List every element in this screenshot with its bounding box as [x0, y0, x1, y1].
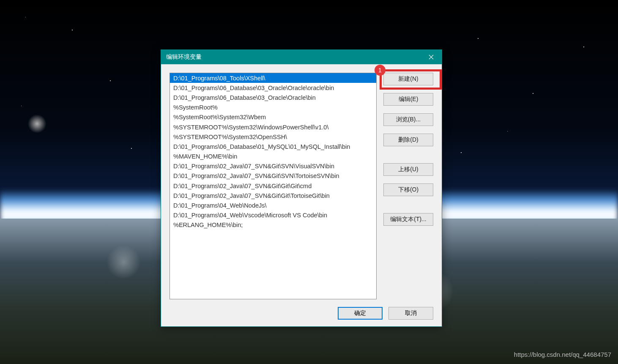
close-icon	[429, 55, 434, 60]
list-item[interactable]: D:\01_Programs\06_Database\01_MySQL\01_M…	[170, 142, 376, 151]
bg-star	[583, 47, 584, 47]
list-item[interactable]: D:\01_Programs\04_Web\Vscode\Microsoft V…	[170, 211, 376, 220]
titlebar[interactable]: 编辑环境变量	[161, 50, 442, 64]
list-item[interactable]: D:\01_Programs\06_Database\03_Oracle\Ora…	[170, 83, 376, 93]
new-button[interactable]: 新建(N)	[383, 73, 433, 85]
bg-star	[72, 30, 73, 30]
bg-star	[461, 152, 462, 153]
side-button-column: 新建(N) 编辑(E) 浏览(B)... 删除(D) 上移(U) 下移(O) 编…	[383, 73, 433, 299]
edit-button[interactable]: 编辑(E)	[383, 93, 433, 106]
list-item[interactable]: D:\01_Programs\02_Java\07_SVN&Git\Git\To…	[170, 191, 376, 200]
watermark: https://blog.csdn.net/qq_44684757	[514, 351, 611, 358]
list-item[interactable]: %SystemRoot%\System32\Wbem	[170, 112, 376, 122]
list-item[interactable]: %SYSTEMROOT%\System32\OpenSSH\	[170, 132, 376, 142]
ok-button[interactable]: 确定	[338, 307, 383, 320]
bg-star	[25, 17, 26, 17]
list-item[interactable]: %SystemRoot%	[170, 103, 376, 112]
list-item[interactable]: D:\01_Programs\02_Java\07_SVN&Git\Git\Gi…	[170, 181, 376, 191]
close-button[interactable]	[426, 52, 437, 63]
bg-star	[21, 106, 22, 106]
move-up-button[interactable]: 上移(U)	[383, 163, 433, 176]
bg-star	[533, 93, 533, 94]
list-item[interactable]: D:\01_Programs\08_Tools\XShell\	[170, 73, 376, 83]
edit-text-button[interactable]: 编辑文本(T)...	[383, 213, 433, 226]
dialog-title: 编辑环境变量	[166, 53, 426, 61]
browse-button[interactable]: 浏览(B)...	[383, 113, 433, 126]
cancel-button[interactable]: 取消	[388, 307, 433, 320]
list-item[interactable]: D:\01_Programs\06_Database\03_Oracle\Ora…	[170, 93, 376, 102]
move-down-button[interactable]: 下移(O)	[383, 183, 433, 196]
spacer	[383, 154, 433, 163]
bg-star	[478, 38, 479, 39]
path-listbox[interactable]: D:\01_Programs\08_Tools\XShell\D:\01_Pro…	[170, 73, 377, 299]
bg-star	[507, 131, 508, 131]
spacer	[383, 204, 433, 213]
dialog-body: D:\01_Programs\08_Tools\XShell\D:\01_Pro…	[161, 64, 442, 326]
bg-star	[131, 148, 132, 149]
bg-star	[110, 80, 111, 81]
dialog-content: D:\01_Programs\08_Tools\XShell\D:\01_Pro…	[170, 73, 433, 299]
delete-button[interactable]: 删除(D)	[383, 134, 433, 146]
dialog-footer: 确定 取消	[170, 299, 433, 320]
list-item[interactable]: %SYSTEMROOT%\System32\WindowsPowerShell\…	[170, 122, 376, 132]
list-item[interactable]: D:\01_Programs\02_Java\07_SVN&Git\SVN\To…	[170, 171, 376, 181]
list-item[interactable]: D:\01_Programs\04_Web\NodeJs\	[170, 200, 376, 210]
list-item[interactable]: %MAVEN_HOME%\bin	[170, 152, 376, 161]
env-var-dialog: 编辑环境变量 D:\01_Programs\08_Tools\XShell\D:…	[161, 49, 442, 327]
list-item[interactable]: %ERLANG_HOME%\bin;	[170, 220, 376, 230]
list-item[interactable]: D:\01_Programs\02_Java\07_SVN&Git\SVN\Vi…	[170, 161, 376, 171]
